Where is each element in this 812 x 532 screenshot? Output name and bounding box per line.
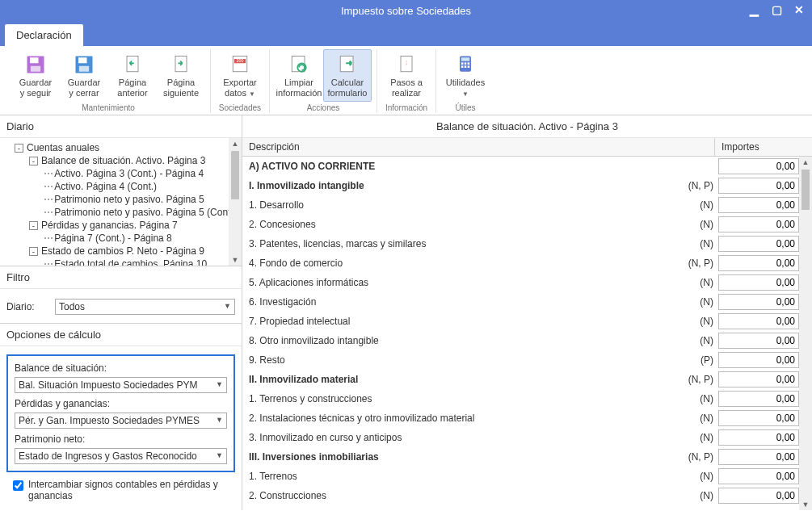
balance-select[interactable]: Bal. Situación Impuesto Sociedades PYM ▼ — [15, 377, 227, 393]
row-tag: (N) — [681, 238, 718, 249]
amount-input[interactable] — [718, 352, 799, 368]
amount-input[interactable] — [718, 488, 799, 504]
tab-declaracion[interactable]: Declaración — [5, 24, 83, 46]
row-tag: (N) — [681, 316, 718, 327]
ribbon-group-informacion: Pasos arealizar Información — [377, 49, 436, 113]
row-value-cell — [718, 216, 799, 232]
next-page-button[interactable]: Páginasiguiente — [157, 49, 205, 102]
clear-info-button[interactable]: Limpiarinformación — [275, 49, 323, 102]
svg-rect-21 — [465, 65, 467, 68]
amount-input[interactable] — [718, 294, 799, 310]
chevron-down-icon: ▼ — [216, 451, 223, 459]
row-value-cell — [718, 468, 799, 484]
close-button[interactable]: ✕ — [793, 3, 806, 16]
perdidas-value: Pér. y Gan. Impuesto Sociedades PYMES — [19, 415, 200, 426]
svg-rect-22 — [468, 65, 470, 68]
row-tag: (N, P) — [681, 258, 718, 269]
tree-toggle-icon[interactable]: - — [29, 247, 38, 256]
row-desc: 1. Terrenos y construcciones — [242, 392, 681, 406]
save-continue-button[interactable]: Guardary seguir — [11, 49, 60, 102]
tree-toggle-icon[interactable]: - — [29, 157, 38, 165]
ribbon-tabbar: Declaración — [0, 21, 812, 46]
row-value-cell — [718, 158, 799, 174]
maximize-button[interactable]: ▢ — [770, 3, 783, 16]
chevron-down-icon: ▼ — [216, 416, 223, 424]
amount-input[interactable] — [718, 449, 799, 465]
amount-input[interactable] — [718, 216, 799, 232]
tree-item[interactable]: ⋯ Página 7 (Cont.) - Página 8 — [3, 232, 238, 245]
filter-diario-select[interactable]: Todos ▼ — [55, 299, 235, 315]
tree-item[interactable]: ⋯ Patrimonio neto y pasivo. Página 5 (Co… — [3, 206, 238, 219]
tree-item-label: Página 7 (Cont.) - Página 8 — [54, 232, 171, 244]
amount-input[interactable] — [718, 197, 799, 213]
pdf-icon — [393, 53, 419, 76]
amount-input[interactable] — [718, 333, 799, 349]
amount-input[interactable] — [718, 313, 799, 329]
amount-input[interactable] — [718, 255, 799, 271]
scroll-up-icon[interactable]: ▲ — [799, 157, 812, 168]
tree-item[interactable]: -Pérdidas y ganancias. Página 7 — [3, 219, 238, 232]
tree-item[interactable]: ⋯ Activo. Página 4 (Cont.) — [3, 180, 238, 193]
amount-input[interactable] — [718, 468, 799, 484]
table-row: 4. Fondo de comercio(N, P) — [242, 253, 799, 273]
tree-item[interactable]: -Balance de situación. Activo. Página 3 — [3, 154, 238, 167]
row-tag: (P) — [681, 354, 718, 366]
prev-page-button[interactable]: Páginaanterior — [108, 49, 157, 102]
row-desc: I. Inmovilizado intangible — [242, 178, 681, 193]
swap-signs-checkbox[interactable] — [13, 480, 23, 491]
amount-input[interactable] — [718, 158, 799, 174]
save-close-button[interactable]: Guardary cerrar — [60, 49, 108, 102]
export-200-icon: 200 — [227, 53, 253, 76]
swap-signs-label: Intercambiar signos contables en pérdida… — [28, 479, 229, 501]
row-desc: II. Inmovilizado material — [242, 372, 681, 387]
tree-item[interactable]: ⋯ Estado total de cambios. Página 10 — [3, 258, 238, 266]
minimize-button[interactable]: ▁ — [747, 3, 760, 16]
row-tag: (N, P) — [681, 180, 718, 191]
row-value-cell — [718, 178, 799, 194]
svg-rect-16 — [461, 57, 470, 61]
amount-input[interactable] — [718, 371, 799, 387]
scroll-down-icon[interactable]: ▼ — [799, 499, 812, 510]
calc-form-icon — [334, 53, 360, 76]
scroll-thumb[interactable] — [801, 170, 810, 210]
row-tag: (N, P) — [681, 374, 718, 385]
tree-toggle-icon[interactable]: - — [15, 144, 23, 153]
scroll-thumb[interactable] — [231, 151, 239, 199]
row-value-cell — [718, 352, 799, 368]
chevron-down-icon: ▼ — [224, 302, 231, 310]
utilities-button[interactable]: Utilidades▼ — [441, 49, 490, 102]
tree-leaf-icon: ⋯ — [44, 258, 54, 266]
steps-button[interactable]: Pasos arealizar — [382, 49, 431, 102]
amount-input[interactable] — [718, 274, 799, 291]
row-value-cell — [718, 333, 799, 349]
perdidas-select[interactable]: Pér. y Gan. Impuesto Sociedades PYMES ▼ — [15, 413, 227, 429]
tree-item[interactable]: -Estado de cambios P. Neto - Página 9 — [3, 245, 238, 258]
row-value-cell — [718, 371, 799, 387]
amount-input[interactable] — [718, 391, 799, 407]
row-value-cell — [718, 410, 799, 426]
calculate-form-button[interactable]: Calcularformulario — [323, 49, 372, 102]
row-desc: 3. Inmovilizado en curso y anticipos — [242, 430, 681, 445]
svg-rect-19 — [468, 62, 470, 65]
tree-item[interactable]: -Cuentas anuales — [3, 141, 238, 154]
grid-scrollbar[interactable]: ▲ ▼ — [799, 157, 812, 510]
tree-toggle-icon[interactable]: - — [29, 221, 38, 230]
patrimonio-select[interactable]: Estado de Ingresos y Gastos Reconocido ▼ — [15, 448, 227, 464]
row-value-cell — [718, 391, 799, 407]
amount-input[interactable] — [718, 429, 799, 446]
export-data-button[interactable]: 200 Exportardatos ▼ — [216, 49, 264, 102]
row-tag: (N) — [681, 432, 718, 443]
tree-item[interactable]: ⋯ Activo. Página 3 (Cont.) - Página 4 — [3, 167, 238, 180]
scroll-up-icon[interactable]: ▲ — [229, 138, 242, 149]
amount-input[interactable] — [718, 236, 799, 252]
scroll-down-icon[interactable]: ▼ — [229, 254, 242, 266]
prev-page-label: Páginaanterior — [117, 77, 147, 98]
amount-input[interactable] — [718, 178, 799, 194]
svg-rect-14 — [401, 57, 412, 72]
floppy-blue-icon — [71, 53, 97, 76]
amount-input[interactable] — [718, 410, 799, 426]
tree-item[interactable]: ⋯ Patrimonio neto y pasivo. Página 5 — [3, 193, 238, 206]
left-pane: Diario -Cuentas anuales-Balance de situa… — [0, 115, 242, 510]
row-tag: (N) — [681, 296, 718, 308]
tree-scrollbar[interactable]: ▲ ▼ — [229, 138, 242, 266]
